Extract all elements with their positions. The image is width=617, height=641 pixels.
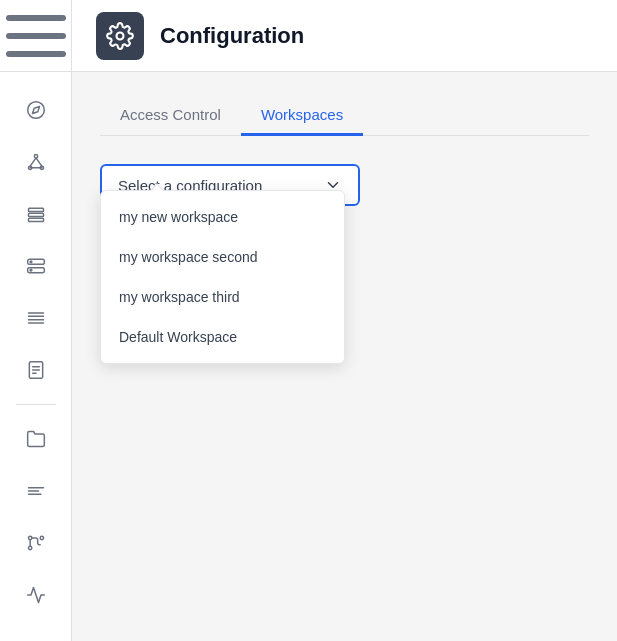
sidebar-item-list[interactable]: [14, 296, 58, 340]
svg-rect-11: [28, 208, 43, 211]
tab-bar: Access Control Workspaces: [100, 96, 589, 136]
svg-point-30: [40, 536, 43, 539]
page-title: Configuration: [160, 23, 304, 49]
sidebar-item-explore[interactable]: [14, 88, 58, 132]
content-area: Access Control Workspaces Select a confi…: [72, 72, 617, 641]
svg-line-9: [36, 158, 42, 166]
sidebar-item-document[interactable]: [14, 348, 58, 392]
sidebar-item-server[interactable]: [14, 244, 58, 288]
svg-line-8: [30, 158, 36, 166]
svg-point-16: [30, 261, 32, 263]
tab-access-control[interactable]: Access Control: [100, 96, 241, 136]
sidebar-item-lines[interactable]: [14, 469, 58, 513]
sidebar-item-network[interactable]: [14, 140, 58, 184]
svg-point-17: [30, 269, 32, 271]
sidebar-item-flow[interactable]: [14, 521, 58, 565]
main-panel: Configuration Access Control Workspaces …: [72, 0, 617, 641]
sidebar-nav: [0, 72, 71, 617]
dropdown-menu: my new workspace my workspace second my …: [100, 190, 345, 364]
dropdown-item-3[interactable]: Default Workspace: [101, 317, 344, 357]
svg-marker-4: [32, 106, 39, 113]
sidebar-item-folder[interactable]: [14, 417, 58, 461]
svg-rect-13: [28, 218, 43, 221]
svg-point-32: [117, 32, 124, 39]
sidebar: [0, 0, 72, 641]
tab-workspaces[interactable]: Workspaces: [241, 96, 363, 136]
dropdown-item-2[interactable]: my workspace third: [101, 277, 344, 317]
sidebar-item-activity[interactable]: [14, 573, 58, 617]
gear-icon: [106, 22, 134, 50]
page-header: Configuration: [72, 0, 617, 72]
sidebar-divider: [16, 404, 56, 405]
dropdown-item-1[interactable]: my workspace second: [101, 237, 344, 277]
menu-button[interactable]: [0, 0, 72, 72]
dropdown-item-0[interactable]: my new workspace: [101, 197, 344, 237]
sidebar-item-layers[interactable]: [14, 192, 58, 236]
svg-rect-12: [28, 213, 43, 216]
header-icon-box: [96, 12, 144, 60]
svg-point-3: [27, 102, 44, 119]
